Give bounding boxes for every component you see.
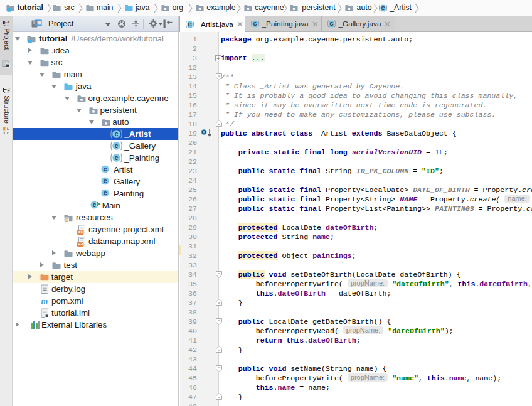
svg-text:c: c (104, 190, 107, 196)
svg-text:c: c (104, 178, 107, 184)
svg-text:<>: <> (78, 230, 83, 235)
svg-text:m: m (41, 297, 48, 306)
svg-text:C: C (188, 21, 191, 28)
svg-text:c: c (93, 201, 97, 208)
svg-text:C: C (253, 21, 257, 27)
svg-text:C: C (329, 21, 333, 27)
svg-text:c: c (104, 166, 107, 173)
svg-text:c: c (115, 131, 119, 137)
svg-text:c: c (115, 142, 119, 149)
svg-text:c: c (115, 154, 119, 161)
svg-text:C: C (381, 5, 385, 11)
svg-text:<>: <> (78, 242, 83, 247)
